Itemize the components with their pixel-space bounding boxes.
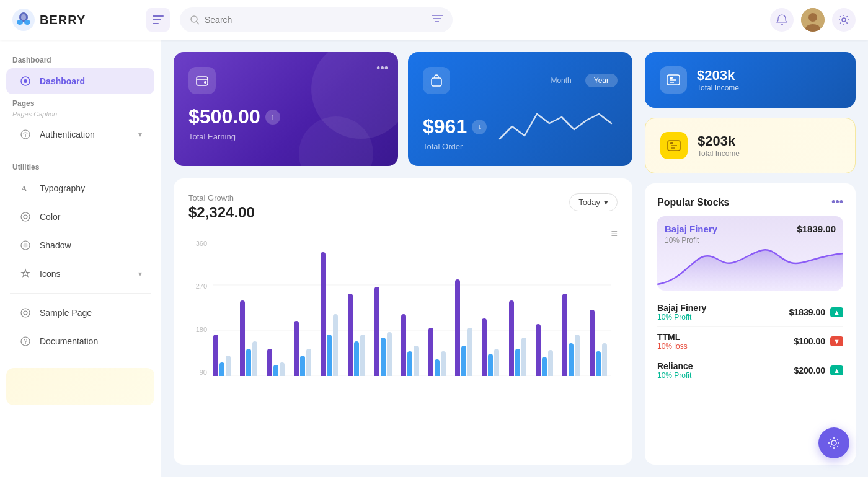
svg-point-3 (17, 20, 23, 25)
bar-purple (455, 279, 460, 376)
sidebar-divider-2 (10, 293, 151, 294)
bar-blue (435, 359, 440, 376)
bar-blue (407, 351, 412, 376)
order-icon-wrap (423, 67, 450, 94)
svg-rect-7 (153, 23, 159, 24)
sample-page-icon (19, 306, 32, 320)
stock-change: 10% Profit (657, 371, 693, 380)
avatar[interactable] (801, 8, 825, 32)
stock-name: Bajaj Finery (657, 303, 706, 313)
sidebar-item-label-dashboard: Dashboard (40, 76, 142, 86)
period-month-tab[interactable]: Month (542, 74, 580, 87)
topnav: BERRY (0, 0, 868, 40)
svg-line-9 (197, 22, 199, 24)
order-label: Total Order (423, 142, 487, 151)
sidebar-item-color[interactable]: Color (6, 204, 154, 230)
svg-point-31 (204, 81, 206, 84)
order-trend-icon: ↓ (472, 120, 487, 134)
fab-button[interactable] (818, 427, 849, 458)
filter-icon[interactable] (432, 14, 443, 25)
card-order-bottom: $961 ↓ Total Order (423, 102, 618, 151)
typography-icon: A (19, 182, 32, 195)
bar-blue (542, 357, 547, 376)
bar-blue (354, 341, 359, 376)
stock-change: 10% Profit (657, 313, 706, 322)
sidebar-item-sample-page[interactable]: Sample Page (6, 300, 154, 326)
income-icon-yellow (666, 138, 681, 153)
svg-point-16 (842, 18, 846, 22)
stock-list: Bajaj Finery 10% Profit $1839.00 ▲ TTML … (657, 298, 843, 385)
icons-chevron-icon: ▾ (138, 269, 142, 278)
dashboard-icon (19, 74, 32, 88)
sidebar: Dashboard Dashboard Pages Pages Caption … (0, 40, 161, 477)
stat-yellow-label: Total Income (698, 149, 740, 158)
sidebar-item-icons[interactable]: Icons ▾ (6, 261, 154, 287)
bar-group (509, 300, 531, 376)
bar-light (280, 362, 285, 376)
sidebar-item-documentation[interactable]: ? Documentation (6, 328, 154, 354)
settings-icon (838, 14, 849, 25)
svg-rect-32 (432, 78, 441, 86)
svg-text:?: ? (24, 338, 28, 345)
sidebar-item-authentication[interactable]: Authentication ▾ (6, 121, 154, 147)
stock-price: $1839.00 (789, 307, 825, 317)
earning-trend-icon: ↑ (265, 110, 280, 125)
shadow-icon (19, 239, 32, 252)
bar-light (333, 314, 338, 376)
stocks-card: Popular Stocks ••• Bajaj Finery $1839.00… (645, 183, 856, 465)
bar-light (441, 351, 446, 376)
earning-more-button[interactable]: ••• (376, 62, 388, 75)
menu-button[interactable] (146, 8, 170, 32)
stock-info: Bajaj Finery 10% Profit (657, 303, 706, 322)
stat-card-blue: $203k Total Income (645, 52, 856, 108)
stock-trend-badge: ▲ (830, 307, 843, 317)
card-earning: ••• $500.00 ↑ Total Earning (174, 52, 398, 166)
bar-group (240, 300, 262, 376)
bar-purple (267, 349, 272, 376)
stock-change: 10% loss (657, 342, 688, 351)
growth-label: Total Growth (188, 193, 255, 203)
stock-price-wrap: $200.00 ▲ (794, 365, 844, 375)
bar-blue (327, 335, 332, 376)
bar-light (226, 356, 231, 376)
stat-card-yellow: $203k Total Income (645, 118, 856, 173)
stock-price-wrap: $1839.00 ▲ (789, 307, 843, 317)
bar-blue (219, 362, 224, 376)
main-left: ••• $500.00 ↑ Total Earning (174, 52, 632, 465)
order-wave-chart (494, 102, 618, 151)
chart-menu-icon[interactable]: ≡ (611, 227, 618, 240)
svg-point-25 (24, 243, 28, 248)
stock-trend-badge: ▲ (830, 365, 843, 375)
bar-light (494, 349, 499, 376)
today-button[interactable]: Today ▾ (569, 193, 618, 211)
bar-blue (300, 356, 305, 376)
svg-point-41 (831, 440, 836, 445)
search-input[interactable] (205, 15, 427, 25)
period-year-tab[interactable]: Year (585, 74, 618, 87)
bar-purple (213, 335, 218, 376)
bar-purple (294, 321, 299, 376)
bar-group (482, 318, 503, 376)
svg-point-26 (21, 309, 30, 317)
bar-light (575, 335, 580, 376)
search-bar (180, 7, 453, 32)
body-wrap: Dashboard Dashboard Pages Pages Caption … (0, 40, 868, 477)
svg-point-23 (24, 215, 27, 219)
bar-group (348, 294, 370, 376)
notification-button[interactable] (770, 8, 794, 32)
sidebar-item-label-typography: Typography (40, 183, 142, 193)
stock-price-wrap: $100.00 ▼ (794, 336, 844, 346)
bar-blue (488, 354, 493, 376)
wallet-icon (195, 74, 209, 87)
stat-yellow-text: $203k Total Income (698, 133, 740, 158)
main-right: $203k Total Income $203k Total Income (645, 52, 856, 465)
sidebar-item-dashboard[interactable]: Dashboard (6, 68, 154, 94)
featured-stock-name: Bajaj Finery (665, 224, 717, 234)
sidebar-item-shadow[interactable]: Shadow (6, 232, 154, 258)
auth-chevron-icon: ▾ (138, 130, 142, 139)
stocks-more-button[interactable]: ••• (831, 196, 843, 209)
sidebar-item-typography[interactable]: A Typography (6, 175, 154, 201)
bar-blue (246, 349, 251, 376)
settings-button[interactable] (832, 8, 856, 32)
bar-light (387, 332, 392, 376)
